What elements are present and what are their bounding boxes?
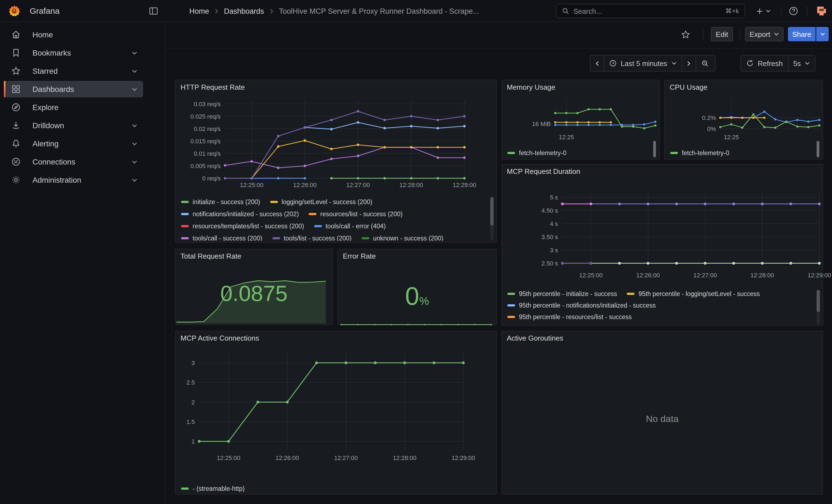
- memory-usage-chart[interactable]: 16 MiB12:25: [504, 94, 658, 145]
- time-range-picker[interactable]: Last 5 minutes: [604, 56, 681, 71]
- svg-text:2.5: 2.5: [186, 379, 195, 386]
- legend-item[interactable]: initialize - success (200): [181, 198, 260, 205]
- svg-text:12:29:00: 12:29:00: [452, 182, 476, 188]
- legend-scrollbar-thumb[interactable]: [816, 141, 820, 157]
- svg-text:0.005 req/s: 0.005 req/s: [190, 163, 220, 169]
- add-new-button[interactable]: [754, 5, 773, 17]
- sidebar-item-dashboards[interactable]: Dashboards: [4, 81, 143, 97]
- dock-sidebar-icon[interactable]: [148, 5, 160, 17]
- svg-text:12:27:00: 12:27:00: [693, 272, 717, 279]
- legend-item[interactable]: resources/list - success (200): [309, 211, 402, 217]
- legend-scrollbar-thumb[interactable]: [816, 290, 820, 312]
- export-button[interactable]: Export: [745, 27, 784, 41]
- edit-button[interactable]: Edit: [711, 27, 733, 41]
- legend-label: resources/templates/list - success (200): [192, 223, 304, 230]
- legend-label: 95th percentile - logging/setLevel - suc…: [639, 290, 760, 297]
- legend-item[interactable]: tools/list - success (200): [272, 235, 352, 241]
- refresh-button[interactable]: Refresh: [741, 56, 788, 71]
- mcp-request-duration-chart[interactable]: 5 s4.50 s4 s3.50 s3 s2.50 s12:25:0012:26…: [503, 192, 823, 297]
- active-indicator: [4, 81, 5, 97]
- chevron-down-icon: [131, 123, 137, 129]
- legend-swatch: [309, 213, 316, 215]
- time-shift-back-button[interactable]: [591, 56, 604, 71]
- share-dropdown-button[interactable]: [816, 27, 829, 41]
- panel-title[interactable]: Total Request Rate: [181, 252, 241, 260]
- error-rate-sparkline[interactable]: [340, 319, 494, 323]
- sidebar-item-connections[interactable]: Connections: [4, 154, 143, 170]
- legend-item[interactable]: 95th percentile - resources/templates/li…: [508, 325, 661, 325]
- panel-title[interactable]: Error Rate: [343, 252, 376, 260]
- legend-item[interactable]: tools/call - error (404): [314, 223, 386, 230]
- star-icon: [11, 66, 21, 76]
- legend-label: fetch-telemetry-0: [519, 150, 567, 156]
- search-input[interactable]: Search... ⌘+k: [556, 4, 745, 18]
- legend-item[interactable]: - (streamable-http): [181, 485, 244, 492]
- grafana-logo-icon: [8, 5, 20, 17]
- svg-text:12:25:00: 12:25:00: [217, 454, 240, 461]
- refresh-interval-picker[interactable]: 5s: [788, 56, 815, 71]
- sidebar-item-alerting[interactable]: Alerting: [4, 135, 143, 152]
- legend-item[interactable]: notifications/initialized - success (202…: [181, 211, 299, 217]
- chevron-down-icon: [131, 50, 137, 56]
- help-icon[interactable]: [788, 5, 799, 17]
- share-button[interactable]: Share: [788, 27, 815, 41]
- panel-title[interactable]: MCP Request Duration: [507, 167, 580, 176]
- panel-title[interactable]: HTTP Request Rate: [181, 83, 245, 91]
- chevron-down-icon: [131, 140, 137, 147]
- svg-text:4 s: 4 s: [550, 220, 558, 227]
- panel-title[interactable]: CPU Usage: [670, 83, 707, 91]
- grafana-app: Grafana Home Dashboards ToolHive MCP Ser…: [0, 0, 832, 504]
- legend-swatch: [670, 152, 678, 154]
- chevron-left-icon: [594, 60, 600, 66]
- panel-mcp-active-connections: MCP Active Connections 32.521.5112:25:00…: [175, 331, 497, 495]
- breadcrumb-home[interactable]: Home: [189, 7, 209, 15]
- legend-scrollbar-thumb[interactable]: [653, 141, 656, 157]
- time-shift-forward-button[interactable]: [681, 56, 695, 71]
- http-request-rate-chart[interactable]: 0.03 req/s0.025 req/s0.02 req/s0.015 req…: [177, 95, 495, 196]
- legend-item[interactable]: 95th percentile - resources/list - succe…: [508, 313, 632, 320]
- legend-label: tools/call - error (404): [326, 223, 386, 230]
- sidebar-item-starred[interactable]: Starred: [4, 63, 143, 79]
- legend-item[interactable]: 95th percentile - initialize - success: [508, 290, 617, 297]
- time-range-label: Last 5 minutes: [621, 59, 667, 68]
- legend-label: 95th percentile - initialize - success: [519, 290, 617, 297]
- legend-label: tools/list - success (200): [284, 235, 352, 241]
- legend-item[interactable]: 95th percentile - logging/setLevel - suc…: [627, 290, 760, 297]
- sidebar-item-home[interactable]: Home: [4, 26, 143, 43]
- search-shortcut: ⌘+k: [725, 7, 739, 15]
- refresh-icon: [746, 59, 754, 67]
- favorite-star-icon[interactable]: [680, 29, 691, 40]
- legend-item[interactable]: tools/call - success (200): [181, 235, 262, 241]
- legend-item[interactable]: 95th percentile - notifications/initiali…: [508, 302, 656, 309]
- svg-text:2: 2: [191, 399, 195, 406]
- legend-item[interactable]: resources/templates/list - success (200): [181, 223, 304, 230]
- time-range-controls: Last 5 minutes: [590, 55, 715, 72]
- legend-item[interactable]: fetch-telemetry-0: [670, 150, 729, 156]
- gear-icon: [11, 175, 21, 185]
- svg-text:0.025 req/s: 0.025 req/s: [190, 113, 220, 120]
- sidebar-item-drilldown[interactable]: Drilldown: [4, 117, 143, 134]
- legend-swatch: [508, 316, 515, 318]
- sidebar-item-bookmarks[interactable]: Bookmarks: [4, 45, 143, 61]
- panel-title[interactable]: MCP Active Connections: [181, 334, 259, 342]
- zoom-out-button[interactable]: [695, 56, 714, 71]
- legend-item[interactable]: fetch-telemetry-0: [508, 150, 567, 156]
- panel-title[interactable]: Memory Usage: [507, 83, 555, 91]
- cpu-usage-chart[interactable]: 0.2%0%12:25: [667, 94, 822, 145]
- sidebar-item-administration[interactable]: Administration: [4, 172, 143, 188]
- legend-swatch: [627, 292, 635, 295]
- legend-swatch: [181, 213, 189, 215]
- sidebar-item-explore[interactable]: Explore: [4, 99, 143, 115]
- mcp-active-connections-chart[interactable]: 32.521.5112:25:0012:26:0012:27:0012:28:0…: [177, 344, 496, 485]
- legend-item[interactable]: logging/setLevel - success (200): [270, 198, 372, 205]
- legend-scrollbar-thumb[interactable]: [490, 197, 494, 226]
- breadcrumb-dashboards[interactable]: Dashboards: [224, 7, 264, 15]
- compass-icon: [11, 102, 21, 112]
- legend-swatch: [508, 292, 515, 295]
- svg-text:12:25:00: 12:25:00: [579, 272, 603, 279]
- legend-item[interactable]: unknown - success (200): [362, 235, 443, 241]
- breadcrumb: Home Dashboards ToolHive MCP Server & Pr…: [189, 0, 479, 22]
- svg-text:12:26:00: 12:26:00: [276, 454, 299, 461]
- panel-title[interactable]: Active Goroutines: [507, 334, 563, 342]
- legend-swatch: [362, 237, 369, 239]
